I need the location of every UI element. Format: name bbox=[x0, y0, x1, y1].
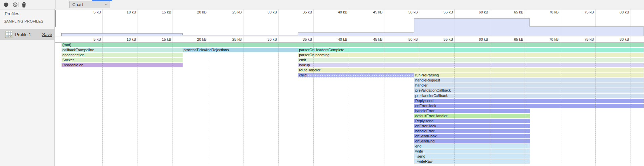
ruler-tick-label: 45 kB bbox=[354, 10, 383, 14]
flame-bar[interactable]: onErrorHook bbox=[414, 104, 644, 108]
flame-bar[interactable]: Socket bbox=[62, 58, 183, 62]
flame-bar[interactable]: child bbox=[298, 73, 414, 77]
ruler-tick-label: 50 kB bbox=[389, 10, 418, 14]
flame-bar[interactable]: Reply.send bbox=[414, 119, 530, 123]
toolbar: Chart ▼ bbox=[0, 0, 644, 9]
profiles-heading: Profiles bbox=[5, 11, 19, 16]
ruler-tick-label: 30 kB bbox=[248, 10, 277, 14]
flame-bar[interactable]: runPreParsing bbox=[414, 73, 644, 77]
ruler-tick-label: 55 kB bbox=[424, 37, 453, 41]
flame-bar[interactable]: Readable.on bbox=[62, 63, 183, 67]
ruler-tick-label: 15 kB bbox=[142, 37, 171, 41]
ruler-tick-label: 65 kB bbox=[494, 10, 523, 14]
ruler-tick-label: 80 kB bbox=[600, 37, 629, 41]
ruler-tick-label: 65 kB bbox=[494, 37, 523, 41]
profile-name: Profile 1 bbox=[15, 32, 31, 37]
ruler-tick-label: 50 kB bbox=[389, 37, 418, 41]
flame-chart-pane[interactable]: 5 kB10 kB15 kB20 kB25 kB30 kB35 kB40 kB4… bbox=[55, 0, 644, 166]
ruler-tick-label: 45 kB bbox=[354, 37, 383, 41]
flame-bar[interactable]: preHandlerCallback bbox=[414, 94, 644, 98]
pane-divider bbox=[55, 0, 55, 9]
flame-bar[interactable]: Reply.send bbox=[414, 99, 644, 103]
ruler-tick-label: 5 kB bbox=[72, 10, 101, 14]
ruler-tick-label: 75 kB bbox=[565, 10, 594, 14]
view-select-value: Chart bbox=[72, 2, 83, 7]
flame-bar[interactable]: onErrorHook bbox=[414, 124, 530, 128]
flame-bar[interactable]: parserOnHeadersComplete bbox=[298, 48, 644, 52]
scrollbar-thumb[interactable] bbox=[55, 10, 56, 27]
clear-button[interactable] bbox=[11, 1, 19, 8]
ruler-tick-label: 60 kB bbox=[459, 10, 488, 14]
ruler-tick-label: 20 kB bbox=[178, 10, 206, 14]
trash-icon bbox=[20, 1, 28, 8]
clear-icon bbox=[11, 1, 19, 8]
profile-item[interactable]: % Profile 1 Save bbox=[0, 29, 55, 40]
chevron-down-icon: ▼ bbox=[105, 1, 107, 8]
flame-bar[interactable]: routeHandler bbox=[298, 68, 644, 72]
ruler-top-border bbox=[55, 15, 644, 15]
ruler-tick-label: 5 kB bbox=[72, 37, 101, 41]
ruler-tick-label: 80 kB bbox=[600, 10, 629, 14]
flame-bar[interactable]: _send bbox=[414, 154, 530, 159]
ruler-tick-label: 10 kB bbox=[107, 37, 136, 41]
flame-bar[interactable]: defaultErrorHandler bbox=[414, 114, 530, 118]
ruler-bottom-border bbox=[55, 42, 644, 43]
ruler-tick-label: 15 kB bbox=[142, 10, 171, 14]
flame-bar[interactable]: preValidationCallback bbox=[414, 88, 644, 93]
flame-bar[interactable]: _writeRaw bbox=[414, 159, 530, 164]
record-icon bbox=[2, 1, 10, 8]
overview-baseline bbox=[55, 36, 644, 36]
ruler-tick-label: 20 kB bbox=[178, 37, 206, 41]
sampling-profiles-heading: SAMPLING PROFILES bbox=[4, 19, 43, 23]
ruler-tick-label: 25 kB bbox=[213, 37, 242, 41]
flame-bar[interactable]: parserOnIncoming bbox=[298, 53, 644, 57]
svg-text:%: % bbox=[9, 35, 12, 38]
ruler-tick-label: 40 kB bbox=[318, 10, 347, 14]
ruler-tick-label: 70 kB bbox=[530, 37, 559, 41]
ruler-tick-label: 70 kB bbox=[530, 10, 559, 14]
flame-bar[interactable]: emit bbox=[298, 58, 644, 62]
ruler-tick-label: 10 kB bbox=[107, 10, 136, 14]
flame-bar[interactable]: end bbox=[414, 144, 530, 148]
ruler-tick-label: 25 kB bbox=[213, 10, 242, 14]
flame-bar[interactable]: callbackTrampoline bbox=[62, 48, 183, 52]
sidebar: Profiles SAMPLING PROFILES % Profile 1 S… bbox=[0, 9, 55, 166]
flame-bar[interactable]: handler bbox=[414, 83, 644, 88]
flame-bar[interactable]: handleError bbox=[414, 129, 530, 133]
flame-bar[interactable]: onSendEnd bbox=[414, 139, 530, 143]
delete-button[interactable] bbox=[20, 1, 28, 8]
flame-bar[interactable]: processTicksAndRejections bbox=[183, 48, 298, 52]
flame-bar[interactable]: (root) bbox=[62, 43, 644, 47]
ruler-tick-label: 35 kB bbox=[283, 37, 312, 41]
ruler-tick-label: 35 kB bbox=[283, 10, 312, 14]
flame-bar[interactable]: onSendHook bbox=[414, 134, 530, 138]
view-select[interactable]: Chart ▼ bbox=[69, 1, 110, 8]
ruler-tick-label: 30 kB bbox=[248, 37, 277, 41]
ruler-tick-label: 40 kB bbox=[318, 37, 347, 41]
profile-icon: % bbox=[5, 31, 12, 38]
toolbar-separator bbox=[18, 2, 19, 7]
flame-bar[interactable]: handleError bbox=[414, 109, 530, 113]
flame-bar[interactable]: onconnection bbox=[62, 53, 183, 57]
flame-bar[interactable]: write_ bbox=[414, 149, 530, 154]
flame-bar[interactable]: lookup bbox=[298, 63, 644, 67]
flame-bar[interactable]: handleRequest bbox=[414, 78, 644, 82]
ruler-tick-label: 55 kB bbox=[424, 10, 453, 14]
save-link[interactable]: Save bbox=[42, 32, 52, 37]
ruler-tick-label: 75 kB bbox=[565, 37, 594, 41]
record-button[interactable] bbox=[2, 1, 10, 8]
ruler-tick-label: 60 kB bbox=[459, 37, 488, 41]
